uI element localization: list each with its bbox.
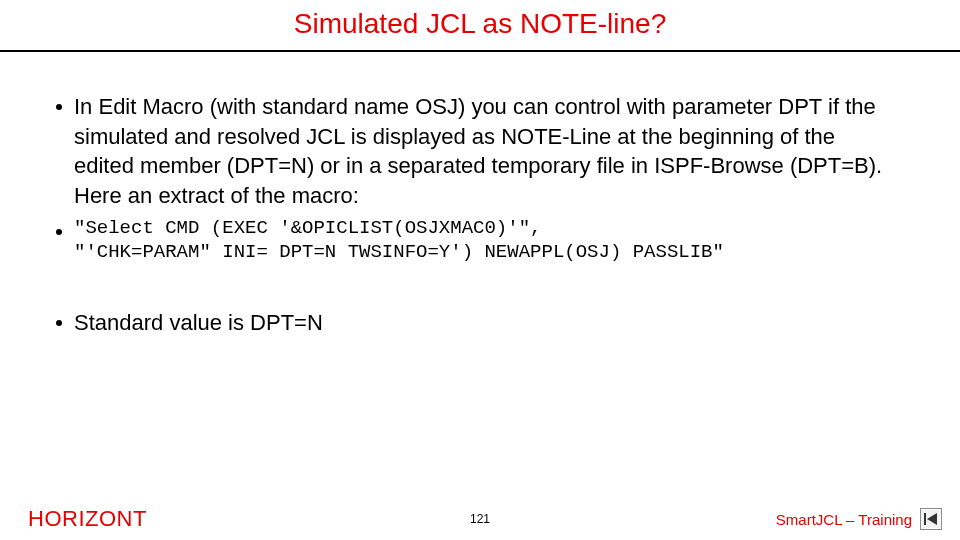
svg-marker-1 <box>927 513 937 525</box>
bullet-dot-icon <box>56 104 62 110</box>
svg-rect-0 <box>924 513 926 525</box>
bullet-dot-icon <box>56 229 62 235</box>
bullet-code-text: "Select CMD (EXEC '&OPICLIST(OSJXMAC0)'"… <box>74 217 898 265</box>
slide: Simulated JCL as NOTE-line? In Edit Macr… <box>0 0 960 540</box>
bullet-text: In Edit Macro (with standard name OSJ) y… <box>74 92 898 211</box>
bullet-item-code: "Select CMD (EXEC '&OPICLIST(OSJXMAC0)'"… <box>56 217 898 265</box>
footer-brand: HORIZONT <box>28 506 147 532</box>
bullet-text: Standard value is DPT=N <box>74 308 898 338</box>
footer-course-title: SmartJCL – Training <box>776 511 912 528</box>
footer-right-group: SmartJCL – Training <box>776 508 942 530</box>
slide-content: In Edit Macro (with standard name OSJ) y… <box>0 52 960 540</box>
slide-title: Simulated JCL as NOTE-line? <box>0 0 960 50</box>
page-number: 121 <box>470 512 490 526</box>
bullet-dot-icon <box>56 320 62 326</box>
bullet-item: In Edit Macro (with standard name OSJ) y… <box>56 92 898 211</box>
skip-back-icon[interactable] <box>920 508 942 530</box>
bullet-item: Standard value is DPT=N <box>56 308 898 338</box>
slide-footer: HORIZONT 121 SmartJCL – Training <box>0 506 960 532</box>
